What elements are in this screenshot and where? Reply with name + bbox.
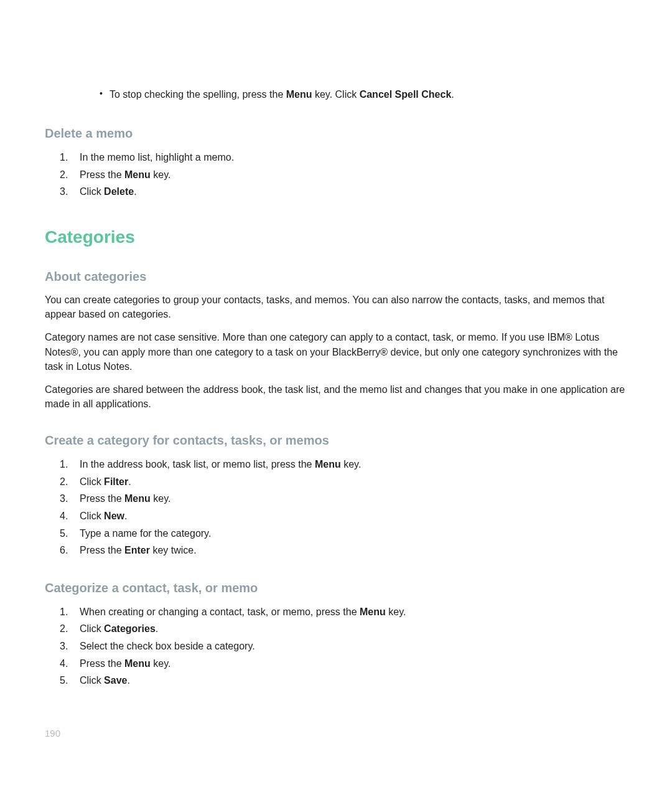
text: To stop checking the spelling, press the: [110, 89, 286, 100]
list-item: Click Categories.: [73, 621, 627, 637]
bold: Menu: [315, 459, 341, 470]
text: .: [451, 89, 454, 100]
text: In the memo list, highlight a memo.: [80, 152, 234, 163]
text: .: [124, 511, 127, 521]
heading-categories: Categories: [45, 227, 627, 247]
text: key.: [386, 606, 406, 617]
list-item: Press the Menu key.: [73, 167, 627, 183]
list-item: Press the Menu key.: [73, 656, 627, 672]
bold: Menu: [124, 169, 151, 180]
text: Click: [80, 675, 104, 686]
list-item: Press the Enter key twice.: [73, 542, 627, 559]
bold: Categories: [104, 623, 156, 634]
text: .: [156, 623, 158, 634]
bold: Save: [104, 675, 127, 686]
text: Press the: [80, 169, 124, 180]
text: .: [127, 675, 129, 686]
list-item: Press the Menu key.: [73, 491, 627, 507]
text: key.: [151, 169, 171, 180]
bold: Menu: [124, 493, 151, 504]
bold: Menu: [124, 658, 151, 669]
text: Type a name for the category.: [80, 528, 211, 539]
text: Click: [80, 511, 104, 521]
text: Click: [80, 186, 104, 197]
text: Press the: [80, 658, 124, 669]
steps-categorize: When creating or changing a contact, tas…: [45, 604, 627, 689]
paragraph: You can create categories to group your …: [45, 293, 627, 321]
list-item: Click Filter.: [73, 474, 627, 490]
list-item: Click Delete.: [73, 184, 627, 200]
bold: Enter: [124, 545, 150, 555]
text: Press the: [80, 545, 124, 555]
bullet-stop-spellcheck: To stop checking the spelling, press the…: [100, 87, 627, 101]
paragraph: Categories are shared between the addres…: [45, 382, 627, 411]
list-item: Type a name for the category.: [73, 526, 627, 542]
bold: Menu: [360, 606, 386, 617]
heading-create-category: Create a category for contacts, tasks, o…: [45, 433, 627, 448]
bold: Menu: [286, 89, 312, 100]
text: Press the: [80, 493, 124, 504]
text: Click: [80, 623, 104, 634]
text: When creating or changing a contact, tas…: [80, 606, 360, 617]
bold: Delete: [104, 186, 134, 197]
heading-delete-memo: Delete a memo: [45, 126, 627, 141]
heading-about-categories: About categories: [45, 270, 627, 284]
bold: Cancel Spell Check: [360, 89, 452, 100]
bold: New: [104, 511, 124, 521]
list-item: Click Save.: [73, 672, 627, 689]
text: key. Click: [312, 89, 360, 100]
text: key.: [341, 459, 362, 470]
list-item: Select the check box beside a category.: [73, 638, 627, 654]
heading-categorize: Categorize a contact, task, or memo: [45, 581, 627, 595]
page-number: 190: [45, 728, 60, 739]
text: Select the check box beside a category.: [80, 641, 255, 651]
list-item: When creating or changing a contact, tas…: [73, 604, 627, 620]
text: key.: [151, 493, 171, 504]
list-item: In the address book, task list, or memo …: [73, 456, 627, 473]
list-item: Click New.: [73, 508, 627, 524]
text: .: [128, 476, 131, 487]
steps-create-category: In the address book, task list, or memo …: [45, 456, 627, 559]
text: key.: [151, 658, 171, 669]
text: Click: [80, 476, 104, 487]
list-item: In the memo list, highlight a memo.: [73, 149, 627, 166]
paragraph: Category names are not case sensitive. M…: [45, 330, 627, 374]
steps-delete-memo: In the memo list, highlight a memo. Pres…: [45, 149, 627, 200]
bold: Filter: [104, 476, 128, 487]
text: .: [134, 186, 136, 197]
text: key twice.: [150, 545, 197, 555]
text: In the address book, task list, or memo …: [80, 459, 315, 470]
